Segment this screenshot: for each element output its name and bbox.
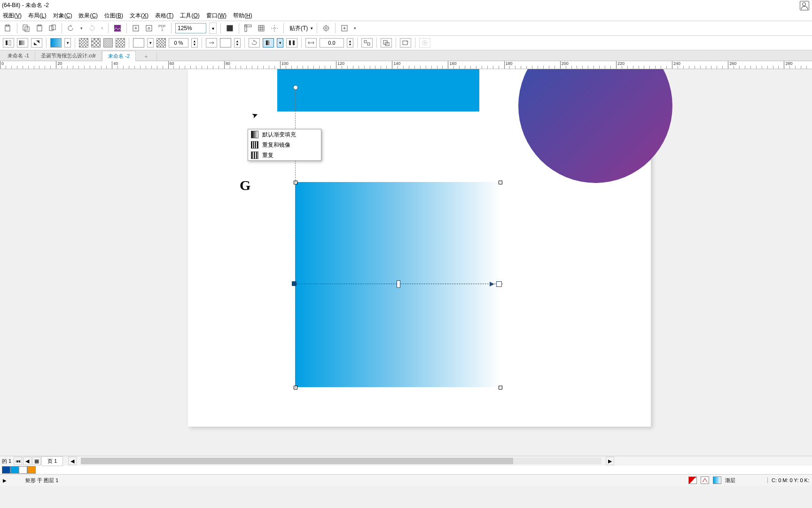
outline-icon[interactable] <box>701 476 709 484</box>
dropdown-item[interactable]: 重复 <box>248 150 321 160</box>
document-tab[interactable]: 未命名 -2 <box>102 51 136 61</box>
palette-swatch[interactable] <box>2 466 10 474</box>
spinner-icon[interactable]: ▲▼ <box>191 38 198 48</box>
menu-item[interactable]: 窗口(W) <box>206 12 226 20</box>
dropdown-item[interactable]: 重复和镜像 <box>248 140 321 150</box>
rotation-center-handle[interactable] <box>293 85 298 90</box>
separator <box>129 38 129 48</box>
redo-icon[interactable] <box>86 23 97 33</box>
pattern4-icon[interactable] <box>116 38 125 48</box>
scrollbar-thumb[interactable] <box>81 458 513 464</box>
ruler-tick: 260 <box>728 61 736 69</box>
image-edit-icon[interactable] <box>112 23 123 33</box>
page-add-icon[interactable]: ▦ <box>32 457 41 465</box>
menu-item[interactable]: 文本(X) <box>130 12 148 20</box>
transparency-icon[interactable] <box>156 38 166 48</box>
snap-dropdown[interactable]: 贴齐(T) ▾ <box>288 24 313 32</box>
selection-handle[interactable] <box>294 386 297 389</box>
document-tab[interactable]: 未命名 -1 <box>2 51 35 61</box>
gradient-fill-type-dropdown-icon[interactable]: ▾ <box>277 38 283 48</box>
fill-swatch-icon[interactable] <box>713 476 721 484</box>
menu-item[interactable]: 效果(C) <box>78 12 98 20</box>
menu-item[interactable]: 布局(L) <box>28 12 47 20</box>
menu-item[interactable]: 表格(T) <box>155 12 173 20</box>
horizontal-ruler[interactable]: 020406080100120140160180200220240260280 <box>0 61 812 69</box>
edit-fill-icon[interactable] <box>400 38 411 48</box>
separator <box>75 38 75 48</box>
page-first-icon[interactable]: ⏮ <box>14 457 22 465</box>
palette-swatch[interactable] <box>27 466 36 474</box>
copy-fill-icon[interactable] <box>381 38 392 48</box>
direction-icon[interactable] <box>206 38 217 48</box>
selection-handle[interactable] <box>499 386 502 389</box>
horizontal-scrollbar[interactable] <box>81 458 601 464</box>
add-preset-icon[interactable] <box>419 38 430 48</box>
blue-rectangle-top[interactable] <box>277 69 479 111</box>
export-icon[interactable] <box>144 23 154 33</box>
gradient-fill-type-button[interactable] <box>263 38 274 48</box>
pattern2-icon[interactable] <box>91 38 101 48</box>
ruler-tick: 200 <box>560 61 569 69</box>
spinner3-icon[interactable]: ▲▼ <box>347 38 353 48</box>
pattern3-icon[interactable] <box>103 38 113 48</box>
gradient-dropdown-icon[interactable]: ▾ <box>64 38 71 48</box>
offset-icon[interactable] <box>305 38 317 48</box>
offset-input[interactable]: 0.0 <box>320 38 344 48</box>
duplicate-icon[interactable] <box>47 23 58 33</box>
scroll-right-icon[interactable]: ▶ <box>606 457 614 465</box>
fill-type2-icon[interactable] <box>17 38 28 48</box>
fullscreen-icon[interactable] <box>225 23 235 33</box>
options-icon[interactable] <box>321 23 331 33</box>
dropdown-item[interactable]: 默认渐变填充 <box>248 129 321 140</box>
selection-handle[interactable] <box>294 181 297 184</box>
page-tab[interactable]: 页 1 <box>41 456 63 466</box>
no-fill-icon[interactable] <box>688 476 697 484</box>
page-prev-icon[interactable]: ◀ <box>23 457 31 465</box>
guides-icon[interactable] <box>269 23 280 33</box>
clipboard-icon[interactable] <box>3 23 13 33</box>
copy-icon[interactable] <box>21 23 31 33</box>
contrast-icon[interactable] <box>31 38 42 48</box>
menu-item[interactable]: 视图(V) <box>3 12 22 20</box>
palette-swatch[interactable] <box>10 466 19 474</box>
color2-swatch[interactable] <box>220 38 231 48</box>
color-dropdown-icon[interactable]: ▾ <box>147 38 154 48</box>
menu-item[interactable]: 帮助(H) <box>233 12 252 20</box>
document-tab[interactable]: 圣诞节海报怎么设计.cdr <box>35 51 102 61</box>
canvas[interactable]: G 默认渐变填充重复和镜像重复 ➤ <box>0 69 812 456</box>
separator <box>396 38 396 48</box>
rotate-icon[interactable] <box>249 38 260 48</box>
free-scale-icon[interactable] <box>361 38 373 48</box>
undo-dropdown-icon[interactable]: ▾ <box>79 23 84 33</box>
zoom-dropdown-icon[interactable]: ▾ <box>209 23 217 34</box>
text-g[interactable]: G <box>240 177 250 193</box>
import-icon[interactable] <box>131 23 141 33</box>
paste-icon[interactable] <box>34 23 45 33</box>
launch-icon[interactable] <box>339 23 350 33</box>
rulers-icon[interactable] <box>243 23 253 33</box>
selection-handle[interactable] <box>499 181 502 184</box>
scroll-left-icon[interactable]: ◀ <box>68 457 77 465</box>
grid-icon[interactable] <box>256 23 266 33</box>
menu-item[interactable]: 对象(C) <box>53 12 72 20</box>
pdf-icon[interactable]: PDF⇩ <box>157 23 167 33</box>
redo-dropdown-icon[interactable]: ▾ <box>100 23 104 33</box>
repeat-mirror-icon[interactable] <box>286 38 297 48</box>
gradient-swatch[interactable] <box>50 38 62 48</box>
gradient-midpoint-handle[interactable] <box>397 280 400 288</box>
gradient-start-node[interactable] <box>292 281 297 286</box>
pattern1-icon[interactable] <box>79 38 88 48</box>
transparency-input[interactable]: 0 % <box>169 38 188 48</box>
spinner2-icon[interactable]: ▲▼ <box>234 38 241 48</box>
fill-type-icon[interactable] <box>3 38 14 48</box>
menu-item[interactable]: 位图(B) <box>104 12 123 20</box>
color-swatch[interactable] <box>133 38 144 48</box>
zoom-input[interactable]: 125% <box>175 23 206 33</box>
gradient-end-node[interactable] <box>496 281 502 287</box>
add-tab-button[interactable]: + <box>136 52 157 61</box>
profile-icon[interactable] <box>800 1 809 10</box>
launch-dropdown-icon[interactable]: ▾ <box>352 23 357 33</box>
menu-item[interactable]: 工具(O) <box>180 12 199 20</box>
undo-icon[interactable] <box>66 23 76 33</box>
palette-swatch[interactable] <box>19 466 27 474</box>
